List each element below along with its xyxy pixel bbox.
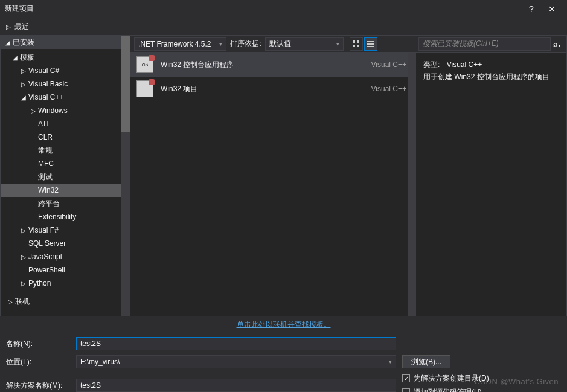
caret-icon: ◢	[4, 39, 11, 46]
detail-type-label: 类型:	[423, 60, 440, 69]
detail-description: 用于创建 Win32 控制台应用程序的项目	[423, 71, 559, 83]
checkbox-icon: ✓	[402, 374, 410, 382]
tree-fsharp[interactable]: ▷Visual F#	[1, 223, 121, 237]
installed-label: 已安装	[11, 37, 34, 48]
location-field[interactable]: F:\my_virus\ ▾	[76, 355, 396, 368]
caret-icon: ▷	[20, 254, 27, 260]
search-placeholder: 搜索已安装模板(Ctrl+E)	[423, 39, 499, 49]
grid-icon	[352, 40, 360, 48]
solution-name-label: 解决方案名称(M):	[6, 381, 76, 391]
win32-project-icon	[136, 80, 153, 97]
chevron-down-icon: ▾	[336, 41, 339, 47]
name-label: 名称(N):	[6, 339, 76, 349]
right-panel: 搜索已安装模板(Ctrl+E) ⌕▾ 类型: Visual C++ 用于创建 W…	[416, 35, 567, 316]
source-control-checkbox[interactable]: 添加到源代码管理(U)	[402, 387, 489, 392]
online-link-row: 单击此处以联机并查找模板。	[0, 316, 567, 332]
tree-windows[interactable]: ▷Windows	[1, 104, 121, 117]
caret-icon: ▷	[20, 227, 27, 234]
framework-value: .NET Framework 4.5.2	[138, 40, 211, 48]
browse-button[interactable]: 浏览(B)...	[402, 355, 450, 368]
name-field[interactable]: test2S	[76, 337, 396, 350]
framework-dropdown[interactable]: .NET Framework 4.5.2 ▾	[134, 37, 226, 51]
svg-rect-5	[367, 43, 374, 45]
location-label: 位置(L):	[6, 357, 76, 367]
sidebar-scrollbar[interactable]	[121, 36, 130, 316]
view-small-icons[interactable]	[350, 37, 363, 51]
tree-test[interactable]: ·测试	[1, 170, 121, 184]
recent-row[interactable]: ▷ 最近	[0, 18, 567, 35]
search-input[interactable]: 搜索已安装模板(Ctrl+E)	[418, 37, 551, 51]
center-panel: .NET Framework 4.5.2 ▾ 排序依据: 默认值 ▾ C:\ W…	[130, 35, 416, 316]
online-row[interactable]: ▷ 联机	[1, 295, 121, 308]
tree-sql[interactable]: ·SQL Server	[1, 237, 121, 250]
tree-ps[interactable]: ·PowerShell	[1, 263, 121, 277]
online-search-link[interactable]: 单击此处以联机并查找模板。	[237, 320, 331, 330]
caret-icon: ▷	[30, 108, 37, 114]
svg-rect-3	[357, 45, 359, 47]
chevron-down-icon: ▾	[389, 359, 392, 365]
bottom-form: 名称(N): test2S 位置(L): F:\my_virus\ ▾ 浏览(B…	[0, 332, 567, 392]
template-lang: Visual C++	[371, 85, 410, 93]
caret-icon: ◢	[20, 94, 27, 101]
tree-vcpp[interactable]: ◢Visual C++	[1, 91, 121, 104]
template-list: C:\ Win32 控制台应用程序 Visual C++ Win32 项目 Vi…	[130, 53, 416, 316]
tree-cross[interactable]: ·跨平台	[1, 197, 121, 210]
template-detail: 类型: Visual C++ 用于创建 Win32 控制台应用程序的项目	[416, 53, 566, 89]
create-dir-checkbox[interactable]: ✓ 为解决方案创建目录(D)	[402, 373, 489, 384]
tree-clr[interactable]: ·CLR	[1, 130, 121, 144]
tree-templates[interactable]: ◢模板	[1, 51, 121, 64]
check-label: 为解决方案创建目录(D)	[414, 373, 489, 384]
caret-icon: ▷	[20, 68, 27, 74]
check-label: 添加到源代码管理(U)	[414, 387, 482, 392]
checkbox-icon	[402, 388, 410, 392]
svg-rect-2	[353, 45, 355, 47]
tree-python[interactable]: ▷Python	[1, 277, 121, 290]
tree-csharp[interactable]: ▷Visual C#	[1, 64, 121, 77]
help-button[interactable]: ?	[521, 1, 542, 17]
chevron-down-icon: ▾	[219, 41, 222, 47]
sort-label: 排序依据:	[230, 39, 261, 49]
search-icon: ⌕▾	[553, 40, 562, 48]
window-title: 新建项目	[5, 4, 521, 14]
detail-type-value: Visual C++	[447, 60, 482, 69]
tree-vb[interactable]: ▷Visual Basic	[1, 77, 121, 91]
tree-general[interactable]: ·常规	[1, 144, 121, 157]
template-item-win32proj[interactable]: Win32 项目 Visual C++	[130, 77, 416, 101]
list-icon	[367, 40, 375, 48]
recent-label: 最近	[14, 22, 29, 32]
svg-rect-0	[353, 40, 355, 43]
close-button[interactable]: ✕	[542, 1, 562, 17]
svg-rect-6	[367, 46, 374, 47]
caret-icon: ◢	[11, 54, 19, 61]
tree-js[interactable]: ▷JavaScript	[1, 250, 121, 263]
list-scrollbar[interactable]	[408, 53, 416, 316]
recent-caret: ▷	[6, 24, 11, 30]
scrollbar-thumb[interactable]	[121, 36, 130, 132]
caret-icon: ▷	[20, 81, 27, 88]
template-lang: Visual C++	[371, 60, 410, 69]
console-app-icon: C:\	[136, 56, 153, 73]
caret-icon: ▷	[20, 280, 27, 287]
tree-ext[interactable]: ·Extensibility	[1, 210, 121, 223]
template-name: Win32 项目	[161, 84, 371, 94]
view-list[interactable]	[364, 37, 377, 51]
sidebar: ◢ 已安装 ◢模板 ▷Visual C# ▷Visual Basic ◢Visu…	[0, 35, 130, 316]
template-item-console[interactable]: C:\ Win32 控制台应用程序 Visual C++	[130, 53, 416, 77]
titlebar: 新建项目 ? ✕	[0, 0, 567, 18]
svg-rect-4	[367, 41, 374, 42]
svg-rect-1	[357, 40, 359, 43]
tree-mfc[interactable]: ·MFC	[1, 157, 121, 170]
installed-header[interactable]: ◢ 已安装	[1, 36, 121, 49]
sort-value: 默认值	[269, 39, 291, 49]
sort-dropdown[interactable]: 默认值 ▾	[265, 37, 344, 51]
caret-icon: ▷	[7, 298, 14, 305]
solution-name-field[interactable]: test2S	[76, 379, 396, 392]
center-toolbar: .NET Framework 4.5.2 ▾ 排序依据: 默认值 ▾	[130, 36, 416, 53]
tree-win32[interactable]: ·Win32	[1, 184, 121, 197]
search-button[interactable]: ⌕▾	[551, 37, 564, 51]
template-name: Win32 控制台应用程序	[161, 60, 371, 70]
tree-atl[interactable]: ·ATL	[1, 117, 121, 130]
